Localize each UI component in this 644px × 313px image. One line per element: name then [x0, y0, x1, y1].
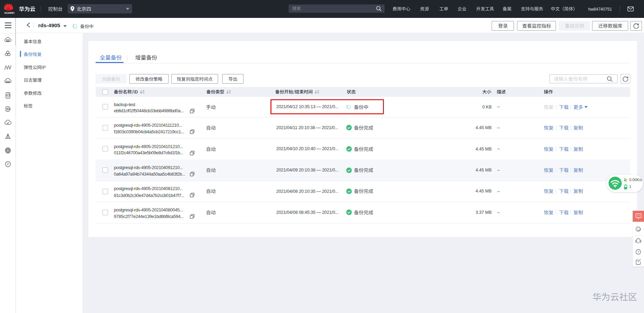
svg-text:?: ?: [637, 250, 639, 254]
svg-text:IP: IP: [7, 163, 9, 166]
